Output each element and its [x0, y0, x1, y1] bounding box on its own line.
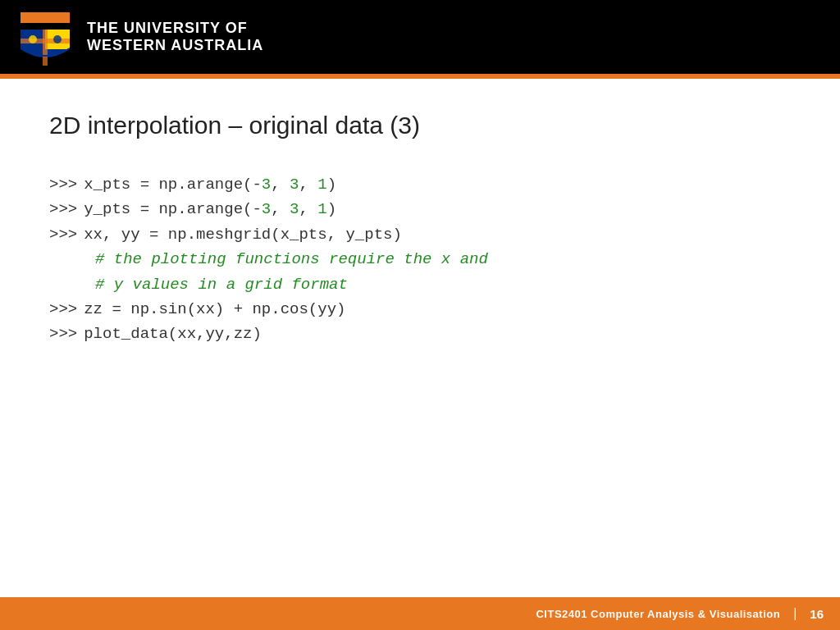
prompt-4: >>> — [49, 297, 77, 322]
prompt-1: >>> — [49, 172, 77, 197]
code-text-7: plot_data(xx,yy,zz) — [84, 322, 262, 346]
code-line-6: >>> zz = np.sin(xx) + np.cos(yy) — [49, 297, 791, 322]
svg-point-8 — [29, 35, 37, 43]
code-line-5: # y values in a grid format — [95, 272, 791, 297]
svg-rect-3 — [21, 23, 70, 30]
prompt-2: >>> — [49, 197, 77, 221]
code-text-3: xx, yy = np.meshgrid(x_pts, y_pts) — [84, 222, 402, 247]
code-line-2: >>> y_pts = np.arange(-3, 3, 1) — [49, 197, 791, 221]
university-title: The University of Western Australia — [87, 20, 263, 54]
footer-page-number: 16 — [810, 607, 824, 621]
prompt-5: >>> — [49, 322, 77, 346]
svg-rect-6 — [43, 30, 48, 66]
code-line-4: # the plotting functions require the x a… — [95, 247, 791, 272]
svg-rect-7 — [21, 39, 70, 43]
svg-point-9 — [53, 35, 62, 43]
code-text-6: zz = np.sin(xx) + np.cos(yy) — [84, 297, 345, 322]
comment-2: # y values in a grid format — [95, 272, 348, 297]
footer-divider: | — [793, 606, 797, 621]
svg-rect-1 — [21, 12, 45, 25]
code-line-3: >>> xx, yy = np.meshgrid(x_pts, y_pts) — [49, 222, 791, 247]
code-line-1: >>> x_pts = np.arange(-3, 3, 1) — [49, 172, 791, 197]
header: The University of Western Australia — [0, 0, 840, 74]
code-text-2: y_pts = np.arange(-3, 3, 1) — [84, 197, 336, 221]
university-logo — [16, 8, 74, 66]
code-block: >>> x_pts = np.arange(-3, 3, 1) >>> y_pt… — [49, 172, 791, 347]
university-name-line2: Western Australia — [87, 37, 263, 54]
code-line-7: >>> plot_data(xx,yy,zz) — [49, 322, 791, 346]
prompt-3: >>> — [49, 222, 77, 247]
svg-rect-2 — [45, 12, 70, 25]
slide-title: 2D interpolation – original data (3) — [49, 112, 791, 139]
university-name-line1: The University of — [87, 20, 263, 37]
code-text-1: x_pts = np.arange(-3, 3, 1) — [84, 172, 336, 197]
comment-1: # the plotting functions require the x a… — [95, 247, 488, 272]
footer-course: CITS2401 Computer Analysis & Visualisati… — [536, 608, 780, 620]
footer: CITS2401 Computer Analysis & Visualisati… — [0, 597, 840, 630]
slide-content: 2D interpolation – original data (3) >>>… — [0, 79, 840, 597]
